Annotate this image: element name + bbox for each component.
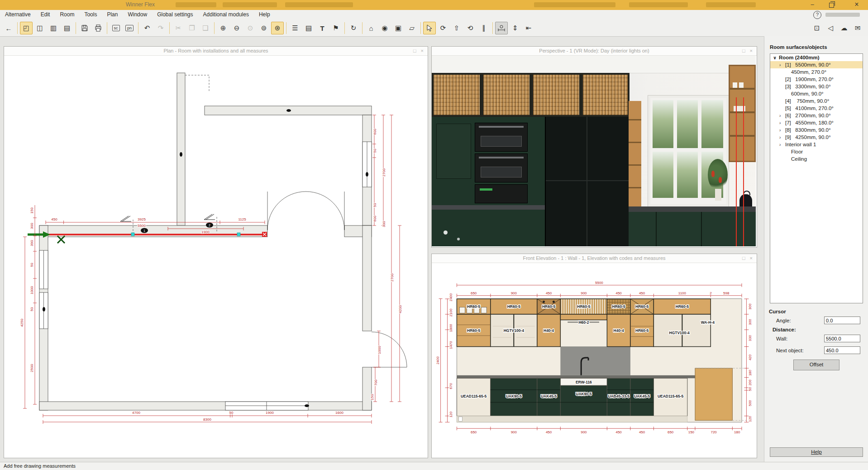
text-tool-icon[interactable]: T bbox=[316, 22, 329, 34]
chevron-right-icon[interactable]: › bbox=[779, 62, 785, 67]
save-icon[interactable] bbox=[78, 22, 91, 34]
wall-distance-field[interactable] bbox=[824, 335, 860, 342]
maximize-icon[interactable]: □ bbox=[740, 48, 748, 53]
crop-view-icon[interactable]: ▱ bbox=[405, 22, 418, 34]
perspective-panel-titlebar[interactable]: Perspective - 1 (VR Mode): Day (interior… bbox=[432, 47, 757, 56]
plan-panel-titlebar[interactable]: Plan - Room with installations and all m… bbox=[4, 47, 428, 56]
chevron-right-icon[interactable]: › bbox=[779, 135, 785, 140]
offset-button[interactable]: Offset bbox=[793, 360, 839, 370]
elevation-view-icon[interactable]: ◫ bbox=[33, 22, 46, 34]
close-button[interactable]: × bbox=[849, 0, 864, 10]
perspective-view-icon[interactable]: ▣ bbox=[392, 22, 405, 34]
undo-icon[interactable]: ↶ bbox=[141, 22, 153, 34]
floorplan-view-icon[interactable]: ◰ bbox=[20, 22, 33, 34]
tree-item-segment[interactable]: 600mm, 90.0° bbox=[770, 90, 863, 97]
send-back-icon[interactable]: ◁ bbox=[824, 22, 837, 34]
tree-item-wall-5[interactable]: [5] 4100mm, 270.0° bbox=[770, 105, 863, 112]
report-edit-icon[interactable]: ▤ bbox=[302, 22, 315, 34]
svg-text:390: 390 bbox=[30, 240, 34, 246]
report-icon[interactable]: ☰ bbox=[289, 22, 301, 34]
plan-drawing[interactable]: 1 2 450 3925 5500 1125 1900 150 bbox=[4, 56, 427, 457]
svg-text:180: 180 bbox=[748, 369, 752, 376]
menu-additional-modules[interactable]: Additional modules bbox=[198, 10, 254, 19]
angle-field[interactable] bbox=[824, 317, 860, 324]
tree-item-floor[interactable]: Floor bbox=[770, 148, 863, 155]
chevron-down-icon[interactable]: ∨ bbox=[773, 55, 779, 60]
menu-window[interactable]: Window bbox=[123, 10, 152, 19]
menu-alternative[interactable]: Alternative bbox=[0, 10, 36, 19]
free-measure-icon[interactable] bbox=[495, 22, 508, 34]
chevron-right-icon[interactable]: › bbox=[779, 128, 785, 133]
zoom-window-icon[interactable]: ⊛ bbox=[271, 22, 284, 34]
wall-3d-view-icon[interactable]: ⌂ bbox=[365, 22, 377, 34]
paste-icon[interactable]: ❑ bbox=[199, 22, 212, 34]
tree-item-wall-3[interactable]: [3] 3300mm, 90.0° bbox=[770, 83, 863, 90]
note-flag-icon[interactable]: ⚑ bbox=[329, 22, 342, 34]
tree-item-room[interactable]: ∨Room (2400mm) bbox=[770, 54, 863, 61]
horizontal-measure-icon[interactable]: ⇤ bbox=[522, 22, 535, 34]
menu-plan[interactable]: Plan bbox=[102, 10, 123, 19]
cloud-print-icon[interactable]: ☁ bbox=[838, 22, 850, 34]
orbit-view-icon[interactable]: ⟲ bbox=[464, 22, 477, 34]
tree-item-wall-9[interactable]: ›[9] 4250mm, 90.0° bbox=[770, 134, 863, 141]
close-icon[interactable]: × bbox=[748, 255, 755, 261]
elevation-drawing[interactable]: 5500 650 900 450 900 450 450 1100 2 598 … bbox=[432, 263, 756, 457]
room-objects-tree[interactable]: ∨Room (2400mm) ›[1] 5500mm, 90.0° 450mm,… bbox=[770, 53, 863, 303]
next-object-field[interactable] bbox=[824, 346, 860, 354]
redacted-text bbox=[176, 2, 216, 7]
chevron-right-icon[interactable]: › bbox=[779, 142, 785, 147]
tree-item-wall-7[interactable]: ›[7] 4550mm, 180.0° bbox=[770, 119, 863, 126]
svg-text:650: 650 bbox=[471, 430, 477, 434]
rotate-tool-icon[interactable]: ↻ bbox=[347, 22, 360, 34]
copy-icon[interactable]: ❐ bbox=[186, 22, 198, 34]
help-circle-icon[interactable]: ? bbox=[813, 11, 821, 19]
menu-global-settings[interactable]: Global settings bbox=[152, 10, 198, 19]
svg-text:330: 330 bbox=[748, 335, 752, 341]
menu-room[interactable]: Room bbox=[55, 10, 79, 19]
tree-item-wall-4[interactable]: [4] 750mm, 90.0° bbox=[770, 97, 863, 105]
mail-icon[interactable]: ✉ bbox=[851, 22, 864, 34]
tree-item-segment[interactable]: 450mm, 270.0° bbox=[770, 68, 863, 76]
maximize-icon[interactable]: □ bbox=[411, 48, 419, 53]
pointer-tool-icon[interactable] bbox=[423, 22, 436, 34]
menu-edit[interactable]: Edit bbox=[36, 10, 55, 19]
close-icon[interactable]: × bbox=[419, 48, 426, 53]
menu-help[interactable]: Help bbox=[254, 10, 275, 19]
minimize-button[interactable]: – bbox=[805, 0, 820, 10]
tree-item-ceiling[interactable]: Ceiling bbox=[770, 155, 863, 163]
tree-item-interior-wall-1[interactable]: ›Interior wall 1 bbox=[770, 141, 863, 148]
tree-item-wall-1[interactable]: ›[1] 5500mm, 90.0° bbox=[770, 61, 863, 68]
rotate-3d-icon[interactable]: ⟳ bbox=[437, 22, 449, 34]
maximize-icon[interactable]: □ bbox=[740, 255, 748, 261]
chevron-right-icon[interactable]: › bbox=[779, 113, 785, 118]
tilt-view-icon[interactable]: ⇧ bbox=[450, 22, 463, 34]
camera-view-icon[interactable]: ◉ bbox=[378, 22, 391, 34]
tree-item-wall-6[interactable]: ›[6] 2700mm, 90.0° bbox=[770, 112, 863, 119]
restore-button[interactable] bbox=[824, 0, 839, 10]
catalog-icon[interactable]: ⊡ bbox=[811, 22, 823, 34]
list-view-icon[interactable]: ▤ bbox=[61, 22, 73, 34]
zoom-out-icon[interactable]: ⊖ bbox=[230, 22, 243, 34]
pan-tool-icon[interactable]: pn bbox=[123, 22, 136, 34]
back-arrow-icon[interactable]: ← bbox=[2, 22, 15, 34]
help-button[interactable]: Help bbox=[770, 447, 863, 457]
tree-item-wall-2[interactable]: [2] 1900mm, 270.0° bbox=[770, 76, 863, 83]
redo-icon[interactable]: ↷ bbox=[154, 22, 167, 34]
wall-handle bbox=[237, 233, 240, 236]
zoom-in-icon[interactable]: ⊕ bbox=[217, 22, 229, 34]
tree-item-wall-8[interactable]: ›[8] 8300mm, 90.0° bbox=[770, 126, 863, 134]
zoom-previous-icon[interactable]: ⊙ bbox=[244, 22, 257, 34]
chevron-right-icon[interactable]: › bbox=[779, 120, 785, 125]
zoom-all-icon[interactable]: ⊚ bbox=[258, 22, 270, 34]
print-icon[interactable] bbox=[92, 22, 105, 34]
cut-icon[interactable]: ✂ bbox=[172, 22, 185, 34]
perspective-render[interactable] bbox=[432, 56, 756, 246]
close-icon[interactable]: × bbox=[748, 48, 755, 53]
wall-view-icon[interactable]: ▥ bbox=[47, 22, 60, 34]
menu-tools[interactable]: Tools bbox=[79, 10, 102, 19]
elevation-panel-titlebar[interactable]: Front Elevation - 1 : Wall - 1, Elevatio… bbox=[432, 254, 757, 263]
svg-text:2: 2 bbox=[209, 224, 210, 227]
scale-tool-icon[interactable]: sc bbox=[110, 22, 122, 34]
vertical-measure-icon[interactable]: ⇕ bbox=[509, 22, 521, 34]
parallel-measure-icon[interactable]: ∥ bbox=[477, 22, 490, 34]
